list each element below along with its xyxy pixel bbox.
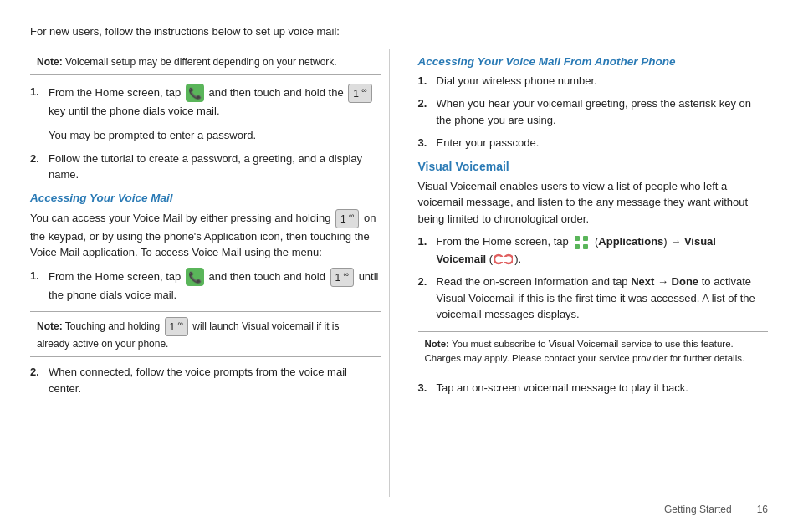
step-1-subtext: You may be prompted to enter a password. <box>49 127 381 144</box>
svg-rect-2 <box>575 244 580 249</box>
right-heading-italic: Accessing Your Voice Mail From Another P… <box>418 55 769 68</box>
vvm-icon <box>494 253 513 265</box>
left-steps2: 2. When connected, follow the voice prom… <box>30 364 381 396</box>
svg-rect-6 <box>499 257 509 262</box>
svg-rect-1 <box>583 236 588 241</box>
visual-step-3-content: Tap an on-screen voicemail message to pl… <box>437 380 769 396</box>
columns: Note: Voicemail setup may be different d… <box>30 49 768 498</box>
visual-step-3: 3. Tap an on-screen voicemail message to… <box>418 380 769 396</box>
svg-rect-0 <box>575 236 580 241</box>
accessing-body: You can access your Voice Mail by either… <box>30 209 381 261</box>
note1-text: Voicemail setup may be different dependi… <box>65 56 337 68</box>
visual-step-3-num: 3. <box>418 380 437 396</box>
next-done-label: Next → Done <box>631 275 698 288</box>
right-step-2-content: When you hear your voicemail greeting, p… <box>437 95 769 128</box>
step-1-content: From the Home screen, tap and then touch… <box>49 84 381 120</box>
phone-icon <box>186 84 204 102</box>
apps-icon <box>573 234 590 251</box>
col-right: Accessing Your Voice Mail From Another P… <box>415 49 769 498</box>
setup-steps-2: 2. Follow the tutorial to create a passw… <box>30 151 381 183</box>
right-step-3-num: 3. <box>418 135 437 151</box>
step-2: 2. Follow the tutorial to create a passw… <box>30 151 381 183</box>
left-step-2: 2. When connected, follow the voice prom… <box>30 364 381 396</box>
right-step-1-content: Dial your wireless phone number. <box>437 73 769 90</box>
note1-box: Note: Voicemail setup may be different d… <box>30 49 381 75</box>
right-steps1: 1. Dial your wireless phone number. 2. W… <box>418 73 769 151</box>
right-step-3: 3. Enter your passcode. <box>418 135 769 151</box>
setup-steps: 1. From the Home screen, tap and then to… <box>30 84 381 120</box>
note3-box: Note: You must subscribe to Visual Voice… <box>418 331 769 372</box>
left-step-2-content: When connected, follow the voice prompts… <box>49 364 381 396</box>
accessing-step-1-content: From the Home screen, tap and then touch… <box>49 268 381 304</box>
step-1-num: 1. <box>30 84 49 100</box>
note2-label: Note: <box>37 320 63 332</box>
visual-step-2-num: 2. <box>418 274 437 290</box>
note3-label: Note: <box>425 339 449 349</box>
phone-icon-2 <box>186 268 204 286</box>
svg-rect-3 <box>583 244 588 249</box>
accessing-step-1: 1. From the Home screen, tap and then to… <box>30 268 381 304</box>
note3-text: You must subscribe to Visual Voicemail s… <box>425 339 745 363</box>
right-step-3-content: Enter your passcode. <box>437 135 769 151</box>
key1-icon: 1 ∞ <box>348 84 371 103</box>
note1-label: Note: <box>37 56 63 68</box>
key1-icon-note: 1 ∞ <box>165 317 188 336</box>
visual-step-1-content: From the Home screen, tap (Applications)… <box>437 233 769 267</box>
col-left: Note: Voicemail setup may be different d… <box>30 49 390 498</box>
right-step-1: 1. Dial your wireless phone number. <box>418 73 769 90</box>
visual-heading: Visual Voicemail <box>418 160 769 173</box>
step-2-content: Follow the tutorial to create a password… <box>49 151 381 183</box>
footer-page: 16 <box>757 504 768 515</box>
footer: Getting Started 16 <box>30 497 768 515</box>
visual-step-1: 1. From the Home screen, tap (Applicatio… <box>418 233 769 267</box>
step-1: 1. From the Home screen, tap and then to… <box>30 84 381 120</box>
page: For new users, follow the instructions b… <box>0 0 798 532</box>
visual-steps: 1. From the Home screen, tap (Applicatio… <box>418 233 769 323</box>
right-step-2-num: 2. <box>418 95 437 112</box>
right-step-1-num: 1. <box>418 73 437 90</box>
note2-box: Note: Touching and holding 1 ∞ will laun… <box>30 311 381 357</box>
key1-icon-3: 1 ∞ <box>330 268 354 287</box>
intro-text: For new users, follow the instructions b… <box>30 23 768 40</box>
accessing-steps: 1. From the Home screen, tap and then to… <box>30 268 381 304</box>
right-step-2: 2. When you hear your voicemail greeting… <box>418 95 769 128</box>
visual-step-2: 2. Read the on-screen information and ta… <box>418 274 769 323</box>
footer-section: Getting Started <box>664 504 732 515</box>
applications-label: Applications <box>598 235 663 248</box>
accessing-step-1-num: 1. <box>30 268 49 284</box>
footer-text: Getting Started 16 <box>664 504 768 515</box>
visual-steps2: 3. Tap an on-screen voicemail message to… <box>418 380 769 396</box>
visual-step-1-num: 1. <box>418 233 437 250</box>
step-2-num: 2. <box>30 151 49 167</box>
accessing-heading: Accessing Your Voice Mail <box>30 192 381 204</box>
visual-body: Visual Voicemail enables users to view a… <box>418 178 769 228</box>
key1-icon-2: 1 ∞ <box>335 209 359 228</box>
left-step-2-num: 2. <box>30 364 49 381</box>
visual-step-2-content: Read the on-screen information and tap N… <box>437 274 769 323</box>
